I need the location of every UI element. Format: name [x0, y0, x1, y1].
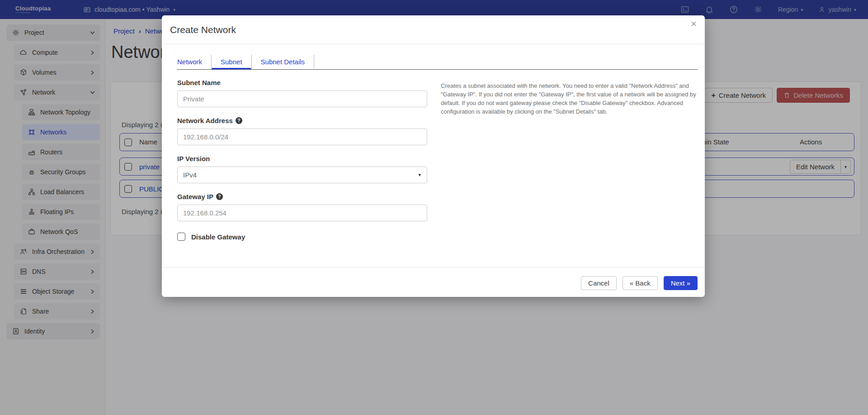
tab-label: Subnet: [221, 58, 242, 66]
ip-version-value: IPv4: [183, 171, 197, 179]
help-circle-icon[interactable]: ?: [216, 193, 223, 200]
help-circle-icon[interactable]: ?: [236, 117, 242, 124]
close-icon[interactable]: ×: [691, 19, 697, 29]
ip-version-label: IP Version: [177, 155, 427, 162]
subnet-name-input[interactable]: [177, 91, 427, 107]
gateway-ip-label: Gateway IP ?: [177, 193, 427, 200]
modal-footer: Cancel « Back Next »: [162, 267, 705, 297]
tab-subnet[interactable]: Subnet: [212, 55, 252, 68]
next-button[interactable]: Next »: [664, 276, 698, 290]
tab-label: Network: [177, 58, 202, 66]
gateway-ip-input[interactable]: [177, 205, 427, 221]
select-caret-icon: ▾: [418, 172, 421, 178]
modal-tabs: Network Subnet Subnet Details: [177, 55, 314, 68]
create-network-modal: Create Network × Network Subnet Subnet D…: [162, 15, 705, 297]
subnet-form: Subnet Name Network Address ? IP Version…: [177, 79, 427, 241]
tabs-divider: [177, 69, 698, 70]
back-button[interactable]: « Back: [623, 276, 658, 290]
network-address-label: Network Address ?: [177, 117, 427, 124]
disable-gateway-checkbox[interactable]: [177, 233, 185, 241]
ip-version-select[interactable]: IPv4 ▾: [177, 167, 427, 183]
tab-subnet-details[interactable]: Subnet Details: [252, 55, 315, 68]
disable-gateway-label: Disable Gateway: [191, 233, 245, 241]
network-address-input[interactable]: [177, 129, 427, 145]
disable-gateway-checkbox-row[interactable]: Disable Gateway: [177, 233, 427, 241]
gateway-ip-label-text: Gateway IP: [177, 193, 213, 200]
application-window: Cloudtopiaa Your Cloud Partner cloudtopi…: [0, 0, 868, 415]
cancel-button[interactable]: Cancel: [581, 276, 617, 290]
modal-title: Create Network: [170, 24, 236, 35]
modal-header: Create Network ×: [162, 15, 705, 44]
tab-label: Subnet Details: [261, 58, 305, 66]
tab-network[interactable]: Network: [177, 55, 212, 68]
subnet-name-label: Subnet Name: [177, 79, 427, 86]
subnet-help-text: Creates a subnet associated with the net…: [441, 81, 701, 116]
network-address-label-text: Network Address: [177, 117, 233, 124]
